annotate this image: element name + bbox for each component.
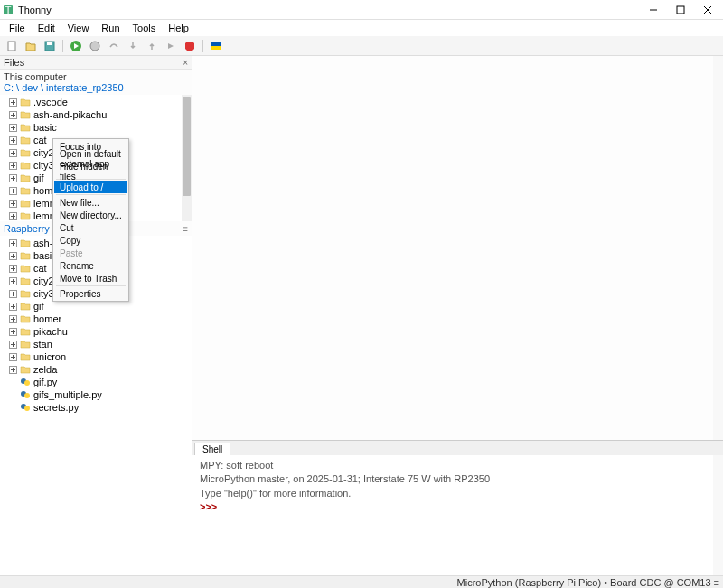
scrollbar[interactable]: [182, 95, 192, 221]
menu-run[interactable]: Run: [96, 22, 125, 34]
tree-item-label: homer: [33, 313, 61, 324]
resume-button[interactable]: [163, 38, 179, 54]
shell-tab[interactable]: Shell: [194, 443, 230, 455]
run-button[interactable]: [68, 38, 84, 54]
menu-tools[interactable]: Tools: [127, 22, 162, 34]
svg-rect-6: [8, 42, 15, 51]
expander-icon[interactable]: [9, 98, 17, 107]
folder-icon: [20, 313, 31, 324]
expander-icon[interactable]: [9, 187, 17, 195]
expander-icon[interactable]: [9, 353, 17, 361]
tree-item[interactable]: gif: [0, 300, 192, 313]
device-menu-icon[interactable]: ≡: [183, 224, 188, 234]
expander-icon[interactable]: [9, 212, 17, 220]
step-over-button[interactable]: [106, 38, 122, 54]
editor-scrollbar[interactable]: [713, 56, 723, 440]
tree-item[interactable]: gifs_multiple.py: [0, 388, 192, 401]
tree-item-label: city3: [33, 288, 54, 299]
expander-icon[interactable]: [9, 366, 17, 374]
expander-icon[interactable]: [9, 277, 17, 285]
expander-icon[interactable]: [9, 149, 17, 157]
context-menu-item[interactable]: Move to Trash: [54, 272, 127, 285]
expander-icon[interactable]: [9, 391, 17, 399]
shell-prompt: >>>: [200, 501, 217, 512]
context-menu-item[interactable]: Cut: [54, 221, 127, 234]
tree-item-label: stan: [33, 339, 52, 350]
debug-button[interactable]: [87, 38, 103, 54]
context-menu-item[interactable]: Rename: [54, 259, 127, 272]
expander-icon[interactable]: [9, 162, 17, 170]
panel-close-icon[interactable]: ×: [183, 58, 188, 68]
tree-item[interactable]: homer: [0, 313, 192, 325]
python-icon: [20, 377, 31, 387]
open-file-button[interactable]: [23, 38, 39, 54]
tree-item[interactable]: ash-and-pikachu: [0, 108, 192, 121]
shell-tabs: Shell: [192, 441, 723, 455]
toolbar-separator: [62, 40, 63, 52]
shell-scrollbar[interactable]: [713, 455, 723, 575]
folder-icon: [20, 275, 31, 286]
stop-button[interactable]: [182, 38, 198, 54]
expander-icon[interactable]: [9, 315, 17, 323]
context-menu-item[interactable]: New file...: [54, 196, 127, 209]
scrollbar-thumb[interactable]: [183, 97, 191, 196]
menu-file[interactable]: File: [4, 22, 31, 34]
tree-item-label: zelda: [33, 364, 57, 375]
tree-item[interactable]: basic: [0, 121, 192, 134]
minimize-button[interactable]: [640, 1, 667, 19]
close-button[interactable]: [694, 1, 721, 19]
menu-help[interactable]: Help: [163, 22, 194, 34]
expander-icon[interactable]: [9, 200, 17, 208]
context-menu-item[interactable]: Hide hidden files: [54, 165, 127, 178]
tree-item[interactable]: unicron: [0, 350, 192, 363]
context-menu-item[interactable]: Copy: [54, 234, 127, 247]
expander-icon[interactable]: [9, 341, 17, 349]
save-button[interactable]: [42, 38, 58, 54]
tree-item[interactable]: secrets.py: [0, 401, 192, 414]
svg-point-103: [24, 406, 30, 411]
folder-icon: [20, 97, 31, 107]
shell-output[interactable]: MPY: soft rebootMicroPython master, on 2…: [192, 455, 723, 575]
status-text[interactable]: MicroPython (Raspberry Pi Pico) • Board …: [457, 577, 719, 588]
maximize-button[interactable]: [667, 1, 694, 19]
context-menu-item[interactable]: Properties: [54, 287, 127, 300]
expander-icon[interactable]: [9, 252, 17, 260]
tree-item[interactable]: pikachu: [0, 325, 192, 338]
expander-icon[interactable]: [9, 378, 17, 387]
context-menu-item[interactable]: New directory...: [54, 209, 127, 221]
expander-icon[interactable]: [9, 404, 17, 412]
expander-icon[interactable]: [9, 265, 17, 273]
tree-item-label: city2: [33, 275, 54, 286]
expander-icon[interactable]: [9, 290, 17, 298]
expander-icon[interactable]: [9, 328, 17, 336]
shell-line: MPY: soft reboot: [200, 459, 716, 472]
tree-item-label: cat: [33, 263, 47, 274]
expander-icon[interactable]: [9, 111, 17, 119]
menu-view[interactable]: View: [62, 22, 95, 34]
expander-icon[interactable]: [9, 239, 17, 247]
folder-icon: [20, 160, 31, 171]
window-controls: [640, 1, 721, 19]
tree-item[interactable]: .vscode: [0, 96, 192, 108]
support-ukraine-button[interactable]: [208, 38, 224, 54]
tree-item[interactable]: zelda: [0, 363, 192, 376]
tree-item-label: city2: [33, 147, 54, 158]
step-out-button[interactable]: [144, 38, 160, 54]
statusbar: MicroPython (Raspberry Pi Pico) • Board …: [0, 575, 723, 588]
editor-blank[interactable]: [192, 56, 723, 440]
folder-icon: [20, 326, 31, 337]
step-into-button[interactable]: [125, 38, 141, 54]
svg-rect-8: [47, 42, 52, 45]
new-file-button[interactable]: [4, 38, 20, 54]
expander-icon[interactable]: [9, 136, 17, 145]
tree-item-label: ash-and-pikachu: [33, 109, 107, 120]
expander-icon[interactable]: [9, 303, 17, 311]
path-link[interactable]: C: \ dev \ interstate_rp2350: [4, 82, 124, 93]
expander-icon[interactable]: [9, 174, 17, 182]
tree-item[interactable]: gif.py: [0, 376, 192, 388]
tree-item[interactable]: stan: [0, 338, 192, 350]
local-files-breadcrumb[interactable]: This computer C: \ dev \ interstate_rp23…: [0, 70, 192, 95]
context-menu-item[interactable]: Upload to /: [54, 181, 127, 193]
menu-edit[interactable]: Edit: [33, 22, 61, 34]
expander-icon[interactable]: [9, 124, 17, 132]
